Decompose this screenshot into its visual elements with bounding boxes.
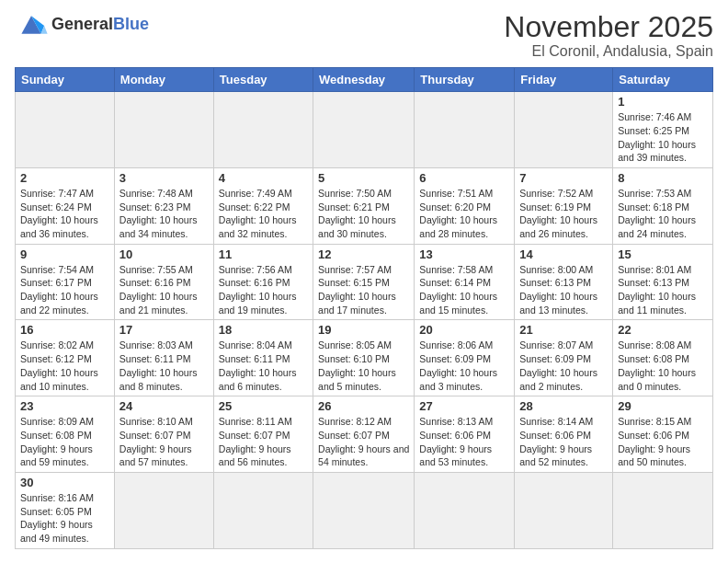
title-area: November 2025 El Coronil, Andalusia, Spa… <box>504 11 713 60</box>
calendar-cell: 3Sunrise: 7:48 AM Sunset: 6:23 PM Daylig… <box>114 167 213 244</box>
calendar-cell: 8Sunrise: 7:53 AM Sunset: 6:18 PM Daylig… <box>613 167 713 244</box>
day-info: Sunrise: 7:57 AM Sunset: 6:15 PM Dayligh… <box>318 263 409 317</box>
day-info: Sunrise: 7:46 AM Sunset: 6:25 PM Dayligh… <box>618 110 708 165</box>
calendar-week-row: 23Sunrise: 8:09 AM Sunset: 6:08 PM Dayli… <box>16 396 713 473</box>
calendar-cell: 13Sunrise: 7:58 AM Sunset: 6:14 PM Dayli… <box>415 244 515 320</box>
logo-icon <box>15 11 48 39</box>
day-number: 20 <box>419 323 509 337</box>
calendar-cell: 12Sunrise: 7:57 AM Sunset: 6:15 PM Dayli… <box>313 244 415 320</box>
calendar-cell: 20Sunrise: 8:06 AM Sunset: 6:09 PM Dayli… <box>415 320 515 396</box>
calendar-week-row: 2Sunrise: 7:47 AM Sunset: 6:24 PM Daylig… <box>16 167 713 244</box>
day-number: 7 <box>519 171 608 185</box>
day-info: Sunrise: 7:58 AM Sunset: 6:14 PM Dayligh… <box>419 263 509 317</box>
calendar-cell <box>114 92 213 168</box>
calendar-cell: 28Sunrise: 8:14 AM Sunset: 6:06 PM Dayli… <box>515 396 613 473</box>
logo-text: GeneralBlue <box>51 16 149 34</box>
day-info: Sunrise: 8:01 AM Sunset: 6:13 PM Dayligh… <box>618 263 708 317</box>
day-info: Sunrise: 7:54 AM Sunset: 6:17 PM Dayligh… <box>20 263 109 317</box>
col-sunday: Sunday <box>16 68 115 92</box>
calendar-cell: 15Sunrise: 8:01 AM Sunset: 6:13 PM Dayli… <box>613 244 713 320</box>
day-number: 8 <box>618 171 708 185</box>
day-number: 24 <box>119 399 209 413</box>
day-number: 28 <box>519 399 608 413</box>
calendar-header-row: Sunday Monday Tuesday Wednesday Thursday… <box>16 68 713 92</box>
day-info: Sunrise: 8:16 AM Sunset: 6:05 PM Dayligh… <box>20 491 109 546</box>
day-info: Sunrise: 7:56 AM Sunset: 6:16 PM Dayligh… <box>219 263 308 317</box>
calendar-cell: 10Sunrise: 7:55 AM Sunset: 6:16 PM Dayli… <box>114 244 213 320</box>
day-info: Sunrise: 7:55 AM Sunset: 6:16 PM Dayligh… <box>119 263 209 317</box>
calendar-cell: 29Sunrise: 8:15 AM Sunset: 6:06 PM Dayli… <box>613 396 713 473</box>
calendar-cell <box>16 92 115 168</box>
calendar-cell: 18Sunrise: 8:04 AM Sunset: 6:11 PM Dayli… <box>213 320 313 396</box>
day-number: 17 <box>119 323 209 337</box>
day-number: 15 <box>618 247 708 261</box>
day-info: Sunrise: 7:49 AM Sunset: 6:22 PM Dayligh… <box>219 187 308 241</box>
calendar-cell: 7Sunrise: 7:52 AM Sunset: 6:19 PM Daylig… <box>515 167 613 244</box>
day-info: Sunrise: 8:06 AM Sunset: 6:09 PM Dayligh… <box>419 339 509 393</box>
calendar-cell: 14Sunrise: 8:00 AM Sunset: 6:13 PM Dayli… <box>515 244 613 320</box>
day-info: Sunrise: 8:00 AM Sunset: 6:13 PM Dayligh… <box>519 263 608 317</box>
day-number: 27 <box>419 399 509 413</box>
day-number: 14 <box>519 247 608 261</box>
day-number: 25 <box>219 399 308 413</box>
calendar-cell <box>415 472 515 548</box>
calendar-cell: 17Sunrise: 8:03 AM Sunset: 6:11 PM Dayli… <box>114 320 213 396</box>
day-number: 22 <box>618 323 708 337</box>
day-info: Sunrise: 7:52 AM Sunset: 6:19 PM Dayligh… <box>519 187 608 241</box>
day-number: 16 <box>20 323 109 337</box>
col-tuesday: Tuesday <box>213 68 313 92</box>
day-info: Sunrise: 8:04 AM Sunset: 6:11 PM Dayligh… <box>219 339 308 393</box>
day-info: Sunrise: 8:09 AM Sunset: 6:08 PM Dayligh… <box>20 415 109 469</box>
day-info: Sunrise: 8:12 AM Sunset: 6:07 PM Dayligh… <box>318 415 409 469</box>
calendar-cell <box>415 92 515 168</box>
col-friday: Friday <box>515 68 613 92</box>
day-info: Sunrise: 8:10 AM Sunset: 6:07 PM Dayligh… <box>119 415 209 469</box>
calendar-week-row: 9Sunrise: 7:54 AM Sunset: 6:17 PM Daylig… <box>16 244 713 320</box>
calendar-cell: 30Sunrise: 8:16 AM Sunset: 6:05 PM Dayli… <box>16 472 115 548</box>
calendar-cell: 27Sunrise: 8:13 AM Sunset: 6:06 PM Dayli… <box>415 396 515 473</box>
calendar-cell: 2Sunrise: 7:47 AM Sunset: 6:24 PM Daylig… <box>16 167 115 244</box>
calendar-cell <box>213 92 313 168</box>
calendar-week-row: 16Sunrise: 8:02 AM Sunset: 6:12 PM Dayli… <box>16 320 713 396</box>
day-number: 13 <box>419 247 509 261</box>
day-number: 6 <box>419 171 509 185</box>
day-number: 3 <box>119 171 209 185</box>
day-number: 4 <box>219 171 308 185</box>
col-thursday: Thursday <box>415 68 515 92</box>
day-number: 23 <box>20 399 109 413</box>
col-monday: Monday <box>114 68 213 92</box>
day-info: Sunrise: 8:08 AM Sunset: 6:08 PM Dayligh… <box>618 339 708 393</box>
day-info: Sunrise: 8:07 AM Sunset: 6:09 PM Dayligh… <box>519 339 608 393</box>
calendar-cell <box>515 472 613 548</box>
calendar-cell: 19Sunrise: 8:05 AM Sunset: 6:10 PM Dayli… <box>313 320 415 396</box>
calendar-cell <box>213 472 313 548</box>
calendar-cell <box>313 92 415 168</box>
day-number: 11 <box>219 247 308 261</box>
day-info: Sunrise: 8:13 AM Sunset: 6:06 PM Dayligh… <box>419 415 509 469</box>
day-info: Sunrise: 7:53 AM Sunset: 6:18 PM Dayligh… <box>618 187 708 241</box>
day-info: Sunrise: 8:05 AM Sunset: 6:10 PM Dayligh… <box>318 339 409 393</box>
calendar-cell: 24Sunrise: 8:10 AM Sunset: 6:07 PM Dayli… <box>114 396 213 473</box>
day-info: Sunrise: 7:51 AM Sunset: 6:20 PM Dayligh… <box>419 187 509 241</box>
location-title: El Coronil, Andalusia, Spain <box>504 43 713 60</box>
day-number: 1 <box>618 95 708 109</box>
day-number: 30 <box>20 476 109 489</box>
day-number: 9 <box>20 247 109 261</box>
day-number: 19 <box>318 323 409 337</box>
day-info: Sunrise: 7:50 AM Sunset: 6:21 PM Dayligh… <box>318 187 409 241</box>
calendar-cell <box>515 92 613 168</box>
calendar-cell: 26Sunrise: 8:12 AM Sunset: 6:07 PM Dayli… <box>313 396 415 473</box>
day-number: 29 <box>618 399 708 413</box>
calendar-cell: 22Sunrise: 8:08 AM Sunset: 6:08 PM Dayli… <box>613 320 713 396</box>
day-number: 5 <box>318 171 409 185</box>
header-area: GeneralBlue November 2025 El Coronil, An… <box>15 11 713 60</box>
calendar-cell: 1Sunrise: 7:46 AM Sunset: 6:25 PM Daylig… <box>613 92 713 168</box>
col-saturday: Saturday <box>613 68 713 92</box>
day-info: Sunrise: 8:03 AM Sunset: 6:11 PM Dayligh… <box>119 339 209 393</box>
page: GeneralBlue November 2025 El Coronil, An… <box>0 0 728 563</box>
col-wednesday: Wednesday <box>313 68 415 92</box>
calendar-cell <box>313 472 415 548</box>
calendar-week-row: 30Sunrise: 8:16 AM Sunset: 6:05 PM Dayli… <box>16 472 713 548</box>
day-info: Sunrise: 7:47 AM Sunset: 6:24 PM Dayligh… <box>20 187 109 241</box>
day-number: 2 <box>20 171 109 185</box>
